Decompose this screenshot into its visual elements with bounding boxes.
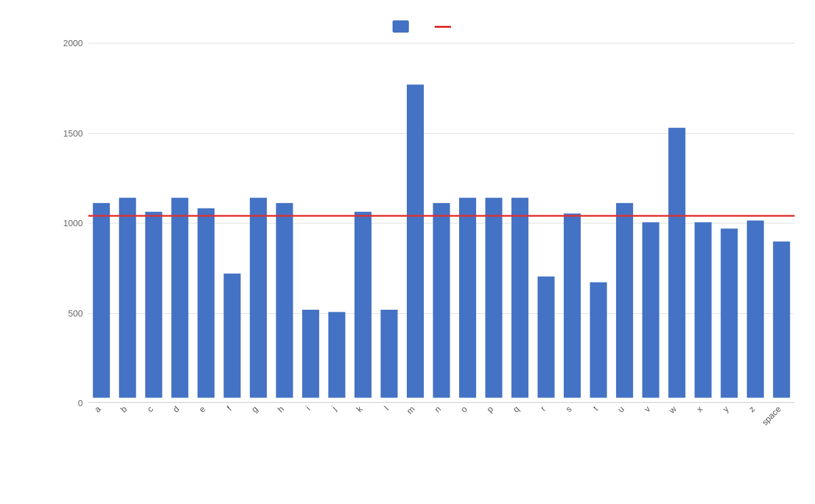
bar-label: space [760,404,783,427]
bar [486,198,503,397]
bar [119,198,136,397]
bar-label: g [250,404,260,414]
bar-label: k [355,404,365,414]
chart-container: 0500100015002000 abcdefghijklmnopqrstuvw… [0,0,815,504]
bar [433,203,450,398]
bar [380,310,397,398]
y-axis: 0500100015002000 [54,43,88,403]
bar [590,283,607,398]
bar [511,198,528,397]
bar-label: e [198,404,208,414]
bar-label: v [642,404,653,414]
bar [171,198,188,397]
legend-bar-icon [393,20,409,33]
bar-label: j [329,404,338,413]
bar-label: z [747,404,757,414]
bar [538,276,555,397]
bar-label: u [616,404,626,414]
bar-label: d [171,404,181,414]
bar [93,203,110,398]
bar-label: p [485,404,495,414]
bar-label: f [225,404,234,413]
bar [642,222,659,397]
legend-bar-item [393,20,414,33]
bar-label: c [145,404,155,414]
bar [276,203,293,398]
y-tick-label: 500 [68,308,83,318]
bar [355,212,372,398]
bar-label: x [695,404,705,414]
bar [773,242,790,398]
legend-line-icon [435,26,451,28]
y-tick-label: 2000 [63,38,83,48]
bar-label: m [405,404,416,416]
bar [250,198,267,397]
bar [668,128,685,397]
bars-svg: abcdefghijklmnopqrstuvwxyzspace [88,43,795,403]
bar-label: i [304,404,312,412]
y-tick-label: 1500 [63,128,83,138]
legend [54,20,795,33]
bar [459,198,476,397]
bar-label: n [433,404,443,414]
bar [145,212,162,398]
bar [407,85,424,398]
y-tick-label: 1000 [63,218,83,228]
bar [223,274,240,398]
bar-label: r [539,404,547,413]
bar [302,310,319,398]
bar-label: b [119,404,129,414]
bar [616,203,633,398]
bar-label: o [459,404,469,414]
bar-label: h [276,404,286,414]
bar-label: y [721,404,731,414]
bar [564,213,581,397]
bar-label: w [667,404,679,416]
chart-area: 0500100015002000 abcdefghijklmnopqrstuvw… [54,43,795,403]
bar-label: t [592,404,600,413]
bar [695,222,712,397]
y-tick-label: 0 [78,398,83,408]
bar-label: l [382,404,391,412]
legend-line-item [435,26,456,28]
bar [747,221,764,398]
bar [721,228,738,397]
bar-label: a [93,404,104,415]
bar-label: q [511,404,522,414]
bar [328,312,345,397]
bar-label: s [564,404,573,414]
bar [198,209,215,398]
